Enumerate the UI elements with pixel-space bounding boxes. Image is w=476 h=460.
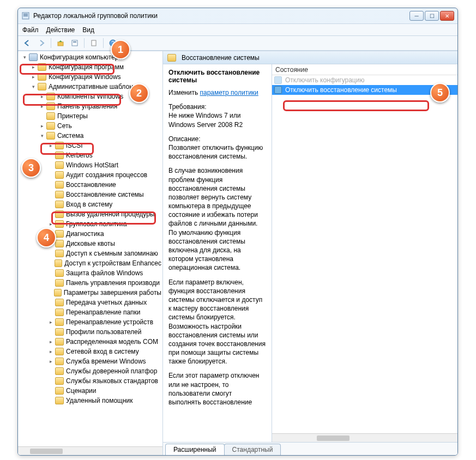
- tree-node[interactable]: Службы языковых стандартов: [46, 376, 162, 386]
- tree-system[interactable]: ▾Система: [38, 131, 162, 141]
- close-button[interactable]: ✕: [440, 11, 454, 21]
- folder-icon: [46, 112, 55, 120]
- refresh-button[interactable]: [88, 37, 100, 49]
- expand-icon[interactable]: ▸: [47, 348, 54, 355]
- tree-node[interactable]: Вход в систему: [46, 199, 162, 209]
- toolbar-separator: [103, 38, 104, 48]
- folder-icon: [55, 299, 64, 306]
- tree-node[interactable]: Передача учетных данных: [46, 298, 162, 307]
- tree-node[interactable]: Аудит создания процессов: [46, 170, 162, 180]
- titlebar[interactable]: Редактор локальной групповой политики ─ …: [18, 8, 457, 23]
- expand-icon[interactable]: ▸: [47, 142, 54, 149]
- tree-node[interactable]: Параметры завершения работы: [46, 288, 162, 298]
- tree-admin-templates[interactable]: ▾Административные шаблоны: [29, 82, 162, 92]
- policy-icon: [29, 53, 38, 61]
- up-button[interactable]: [55, 37, 67, 49]
- tree-node[interactable]: Вызов удаленной процедуры: [46, 209, 162, 219]
- tree-node[interactable]: Восстановление: [46, 180, 162, 190]
- folder-icon: [38, 73, 46, 81]
- tree-node[interactable]: ▸Конфигурация Windows: [29, 72, 162, 82]
- tree-node[interactable]: ▸Компоненты Windows: [38, 92, 162, 101]
- tree-node[interactable]: Windows HotStart: [46, 160, 162, 170]
- menu-action[interactable]: Действие: [46, 26, 75, 34]
- tab-extended[interactable]: Расширенный: [165, 444, 225, 455]
- tree-node[interactable]: ▸Групповая политика: [46, 219, 162, 229]
- folder-icon: [55, 191, 64, 198]
- tab-standard[interactable]: Стандартный: [224, 444, 281, 455]
- folder-icon: [167, 54, 176, 62]
- app-icon: [21, 11, 30, 20]
- expand-icon[interactable]: ▸: [47, 358, 54, 365]
- tree-node[interactable]: Доступ к устройствам Enhancec: [46, 258, 162, 268]
- tree-node[interactable]: ▸Сеть: [38, 121, 162, 131]
- tree-node[interactable]: Удаленный помощник: [46, 396, 162, 405]
- menu-file[interactable]: Файл: [22, 26, 39, 34]
- main-window: Редактор локальной групповой политики ─ …: [17, 8, 458, 456]
- folder-icon: [55, 230, 64, 238]
- tree-root-computer-config[interactable]: ▾ Конфигурация компьютера: [20, 52, 162, 62]
- tree-node[interactable]: Службы доверенной платфор: [46, 366, 162, 376]
- list-item[interactable]: Отключить конфигурацию: [272, 75, 457, 85]
- tree-node[interactable]: ▸Конфигурация программ: [29, 62, 162, 72]
- folder-icon: [55, 240, 64, 247]
- maximize-button[interactable]: ☐: [425, 11, 439, 21]
- folder-icon: [55, 201, 64, 208]
- column-header-state[interactable]: Состояние: [272, 64, 457, 75]
- folder-icon: [38, 63, 46, 71]
- expand-icon[interactable]: ▾: [39, 132, 45, 139]
- svg-rect-5: [73, 41, 76, 43]
- tree-node[interactable]: ▸iSCSI: [46, 141, 162, 150]
- svg-rect-4: [72, 40, 77, 46]
- expand-icon[interactable]: ▸: [47, 338, 54, 345]
- list-item-selected[interactable]: Отключить восстановление системы: [272, 85, 457, 95]
- tree-node[interactable]: Панель управления производи: [46, 278, 162, 288]
- policy-item-icon: [274, 76, 282, 84]
- tree-node[interactable]: Дисковые квоты: [46, 239, 162, 249]
- tree-node[interactable]: ▸Служба времени Windows: [46, 356, 162, 366]
- tree-node[interactable]: Защита файлов Windows: [46, 268, 162, 278]
- folder-icon: [55, 377, 64, 385]
- tree-node[interactable]: ▸Сетевой вход в систему: [46, 347, 162, 356]
- folder-icon: [46, 122, 55, 130]
- expand-icon[interactable]: ▾: [21, 54, 28, 60]
- tree-node[interactable]: Kerberos: [46, 150, 162, 160]
- tree-node[interactable]: Профили пользователей: [46, 327, 162, 337]
- nav-forward-button[interactable]: [35, 37, 47, 49]
- tree-node[interactable]: Сценарии: [46, 386, 162, 396]
- menubar: Файл Действие Вид: [18, 23, 457, 35]
- tree-node[interactable]: ▸Диагностика: [46, 229, 162, 239]
- tree-panel[interactable]: ▾ Конфигурация компьютера ▸Конфигурация …: [18, 51, 163, 455]
- expand-icon[interactable]: ▸: [47, 319, 54, 325]
- expand-icon[interactable]: ▸: [30, 64, 37, 70]
- menu-view[interactable]: Вид: [82, 26, 94, 34]
- expand-icon[interactable]: ▸: [39, 123, 45, 129]
- minimize-button[interactable]: ─: [409, 11, 424, 21]
- properties-button[interactable]: [69, 37, 81, 49]
- folder-icon: [55, 279, 64, 287]
- tree-node[interactable]: Перенаправление папки: [46, 307, 162, 317]
- tree-node[interactable]: Доступ к съемным запоминаю: [46, 249, 162, 258]
- expand-icon[interactable]: ▾: [30, 83, 37, 90]
- folder-icon: [55, 250, 64, 257]
- folder-icon: [55, 348, 64, 355]
- tree-node[interactable]: Принтеры: [38, 111, 162, 121]
- folder-icon: [55, 338, 64, 346]
- help-button[interactable]: ?: [107, 37, 119, 49]
- tree-node[interactable]: ▸Распределенная модель COM: [46, 337, 162, 347]
- expand-icon[interactable]: ▸: [30, 74, 37, 80]
- tree-system-restore[interactable]: Восстановление системы: [46, 190, 162, 199]
- list-scrollbar[interactable]: [272, 433, 457, 442]
- expand-icon[interactable]: ▸: [39, 103, 45, 110]
- expand-icon[interactable]: ▸: [47, 221, 54, 227]
- expand-icon[interactable]: ▸: [47, 231, 54, 237]
- expand-icon[interactable]: ▸: [39, 93, 45, 100]
- policy-title: Отключить восстановление системы: [168, 69, 266, 84]
- folder-icon: [55, 142, 64, 149]
- edit-policy-link[interactable]: параметр политики: [200, 89, 258, 96]
- tree-node[interactable]: ▸Перенаправление устройств: [46, 317, 162, 327]
- tree-scrollbar[interactable]: [18, 446, 162, 455]
- right-panel: Восстановление системы Отключить восстан…: [163, 51, 457, 455]
- folder-icon: [55, 308, 64, 316]
- nav-back-button[interactable]: [21, 37, 33, 49]
- tree-node[interactable]: ▸Панель управления: [38, 101, 162, 111]
